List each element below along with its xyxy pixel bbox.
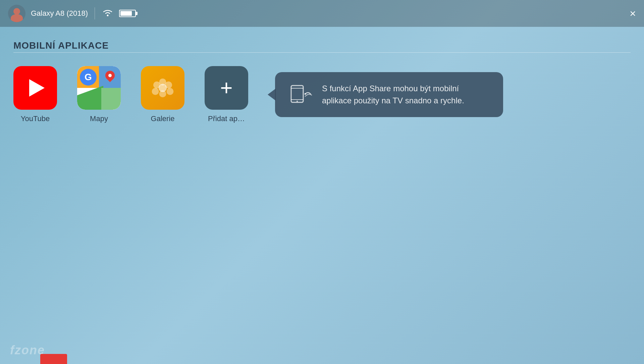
maps-inner: G bbox=[77, 66, 121, 110]
svg-point-12 bbox=[305, 93, 306, 95]
youtube-icon bbox=[13, 66, 57, 110]
maps-icon: G bbox=[77, 66, 121, 110]
battery-fill bbox=[120, 11, 132, 16]
youtube-play-icon bbox=[29, 79, 45, 97]
svg-point-0 bbox=[107, 14, 108, 16]
maps-pin-head bbox=[103, 69, 117, 82]
addapp-label: Přidat ap… bbox=[208, 114, 245, 123]
header-divider bbox=[95, 7, 95, 19]
svg-point-7 bbox=[159, 84, 167, 92]
section-title: MOBILNÍ APLIKACE bbox=[13, 40, 631, 51]
app-item-galerie[interactable]: Galerie bbox=[141, 66, 184, 123]
addapp-icon: + bbox=[205, 66, 248, 110]
mobile-cast-icon bbox=[288, 82, 312, 107]
flower-svg bbox=[151, 76, 174, 100]
svg-point-3 bbox=[166, 88, 173, 95]
apps-row: YouTube G Mapy bbox=[13, 66, 631, 123]
battery-icon bbox=[119, 10, 136, 17]
maps-bg-green bbox=[77, 86, 103, 110]
plus-icon: + bbox=[220, 77, 232, 99]
mapy-label: Mapy bbox=[90, 114, 108, 123]
svg-point-5 bbox=[152, 88, 159, 95]
battery-body bbox=[119, 10, 136, 17]
watermark-text: fzone bbox=[10, 343, 45, 357]
section-divider bbox=[13, 52, 631, 53]
youtube-label: YouTube bbox=[21, 114, 50, 123]
red-accent bbox=[40, 354, 67, 364]
maps-pin-icon bbox=[105, 71, 115, 80]
app-item-youtube[interactable]: YouTube bbox=[13, 66, 57, 123]
main-content: MOBILNÍ APLIKACE YouTube G bbox=[0, 27, 644, 123]
avatar bbox=[8, 5, 25, 22]
svg-point-11 bbox=[297, 101, 298, 102]
device-name: Galaxy A8 (2018) bbox=[31, 9, 88, 18]
watermark: fzone bbox=[10, 343, 45, 357]
galerie-icon bbox=[141, 66, 184, 110]
top-bar: Galaxy A8 (2018) × bbox=[0, 0, 644, 27]
app-item-mapy[interactable]: G Mapy bbox=[77, 66, 121, 123]
maps-g-logo: G bbox=[80, 69, 97, 86]
info-text: S funkcí App Share mohou být mobilní apl… bbox=[322, 83, 490, 107]
wifi-icon bbox=[102, 8, 114, 19]
info-bubble: S funkcí App Share mohou být mobilní apl… bbox=[275, 72, 503, 117]
app-item-add[interactable]: + Přidat ap… bbox=[205, 66, 248, 123]
close-button[interactable]: × bbox=[630, 8, 636, 19]
maps-bg-lightgreen bbox=[101, 88, 121, 110]
galerie-label: Galerie bbox=[151, 114, 175, 123]
